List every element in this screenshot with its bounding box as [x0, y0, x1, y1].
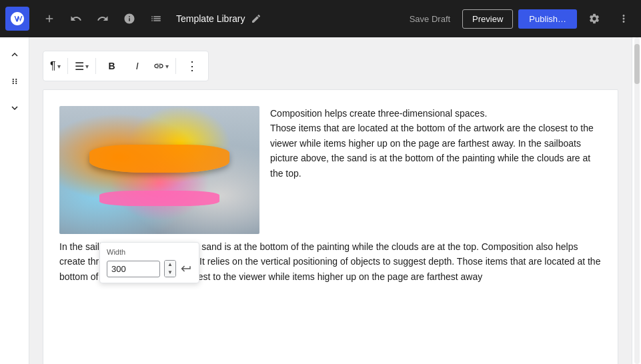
- toolbar-separator-1: [67, 58, 68, 74]
- svg-point-4: [12, 83, 13, 84]
- redo-button[interactable]: [91, 7, 115, 31]
- para1-suffix: Composition helps create three-dimension…: [270, 108, 487, 119]
- undo-icon: [70, 13, 82, 25]
- toolbar-separator-2: [95, 58, 96, 74]
- left-sidebar: [0, 37, 29, 364]
- paragraph-icon: ¶: [50, 60, 56, 72]
- width-spinner: ▲ ▼: [164, 260, 176, 277]
- svg-point-3: [15, 81, 17, 82]
- svg-point-1: [15, 79, 17, 80]
- svg-point-2: [12, 81, 13, 82]
- plus-icon: [43, 13, 55, 25]
- graffiti-art: [59, 106, 259, 234]
- svg-point-5: [15, 83, 17, 84]
- italic-button[interactable]: I: [125, 54, 149, 78]
- list-view-icon: [150, 13, 162, 25]
- wp-logo-icon: [9, 11, 25, 27]
- link-button[interactable]: ▾: [151, 54, 171, 78]
- settings-button[interactable]: [582, 7, 606, 31]
- width-enter-button[interactable]: [180, 263, 192, 275]
- main-editor: ¶ ▾ ☰ ▾ B I ▾ ⋮: [29, 37, 632, 364]
- width-label: Width: [107, 248, 192, 256]
- more-options-toolbar-button[interactable]: ⋮: [180, 54, 204, 78]
- paragraph-arrow: ▾: [57, 63, 61, 70]
- save-draft-button[interactable]: Save Draft: [403, 10, 457, 28]
- format-toolbar: ¶ ▾ ☰ ▾ B I ▾ ⋮: [43, 51, 209, 81]
- settings-icon: [588, 13, 600, 25]
- width-input[interactable]: [107, 261, 160, 277]
- svg-point-0: [12, 79, 13, 80]
- drag-handle-button[interactable]: [3, 69, 27, 93]
- title-area: Template Library: [176, 13, 400, 24]
- more-options-button[interactable]: [612, 7, 636, 31]
- add-block-button[interactable]: [37, 7, 61, 31]
- link-icon: [153, 61, 164, 71]
- top-bar-right: Save Draft Preview Publish…: [403, 7, 636, 31]
- alignment-button[interactable]: ☰ ▾: [72, 54, 91, 78]
- redo-icon: [97, 13, 109, 25]
- pencil-icon: [251, 13, 261, 24]
- publish-button[interactable]: Publish…: [518, 9, 577, 29]
- info-button[interactable]: [117, 7, 141, 31]
- right-sidebar: [632, 37, 641, 364]
- content-image[interactable]: [59, 106, 259, 234]
- move-down-button[interactable]: [3, 96, 27, 120]
- chevron-down-icon: [9, 102, 21, 114]
- bold-icon: B: [109, 61, 115, 71]
- wordpress-logo[interactable]: [5, 7, 29, 31]
- drag-icon: [9, 75, 21, 87]
- content-block: Width ▲ ▼ Composition helps create three: [59, 106, 602, 239]
- link-arrow: ▾: [165, 63, 169, 70]
- alignment-icon: ☰: [75, 60, 84, 73]
- italic-icon: I: [136, 61, 139, 71]
- width-decrement-button[interactable]: ▼: [165, 269, 175, 277]
- enter-icon: [180, 263, 192, 275]
- top-bar: Template Library Save Draft Preview Publ…: [0, 0, 641, 37]
- edit-title-button[interactable]: [251, 13, 261, 24]
- width-tooltip: Width ▲ ▼: [99, 242, 199, 283]
- scrollbar-track[interactable]: [634, 37, 640, 364]
- editor-container: ¶ ▾ ☰ ▾ B I ▾ ⋮: [0, 37, 641, 364]
- paragraph-style-button[interactable]: ¶ ▾: [47, 54, 63, 78]
- width-input-row: ▲ ▼: [107, 260, 192, 277]
- ellipsis-icon: ⋮: [186, 60, 198, 72]
- toolbar-separator-3: [175, 58, 176, 74]
- bold-button[interactable]: B: [100, 54, 124, 78]
- document-title: Template Library: [176, 13, 245, 24]
- info-icon: [123, 13, 135, 25]
- chevron-up-icon: [9, 49, 21, 61]
- alignment-arrow: ▾: [85, 63, 89, 70]
- editor-content[interactable]: Width ▲ ▼ Composition helps create three: [43, 89, 618, 364]
- scrollbar-thumb[interactable]: [634, 44, 640, 84]
- move-up-button[interactable]: [3, 43, 27, 67]
- list-view-button[interactable]: [144, 7, 168, 31]
- vertical-dots-icon: [618, 13, 630, 25]
- width-increment-button[interactable]: ▲: [165, 261, 175, 269]
- undo-button[interactable]: [64, 7, 88, 31]
- preview-button[interactable]: Preview: [462, 9, 513, 29]
